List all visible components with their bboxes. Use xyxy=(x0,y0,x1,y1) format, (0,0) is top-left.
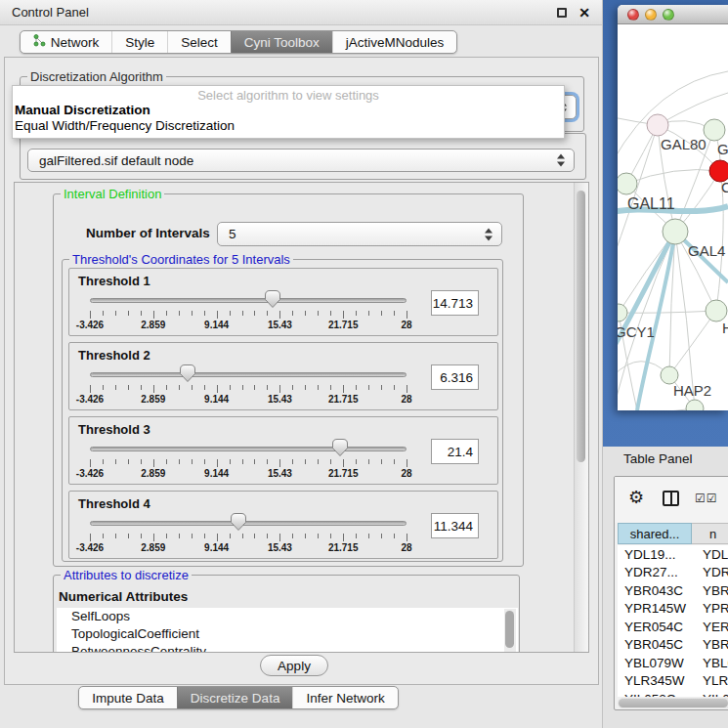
algorithm-option[interactable]: Manual Discretization xyxy=(13,103,564,118)
slider-tick xyxy=(166,459,167,464)
threshold-slider-track[interactable] xyxy=(90,521,407,526)
number-of-intervals-combobox[interactable]: 5 xyxy=(217,222,502,246)
table-row[interactable]: YDR27...YDR2 xyxy=(618,564,728,582)
slider-tick xyxy=(115,534,116,538)
network-window-titlebar[interactable] xyxy=(618,5,728,24)
slider-tick xyxy=(343,459,344,467)
slider-tick-label: 15.43 xyxy=(268,542,292,553)
cell-shared-name: YDL19... xyxy=(618,547,692,562)
table-row[interactable]: YPR145WYPR1 xyxy=(618,600,728,619)
tab-impute-data[interactable]: Impute Data xyxy=(79,687,177,708)
slider-tick xyxy=(356,385,357,390)
control-panel-window-controls: ✕ xyxy=(557,8,590,18)
node-bottom[interactable] xyxy=(686,400,704,410)
tab-network[interactable]: Network xyxy=(21,31,112,53)
tab-infer-network[interactable]: Infer Network xyxy=(292,687,397,708)
slider-tick xyxy=(330,385,331,390)
float-window-icon[interactable] xyxy=(557,8,567,18)
slider-tick xyxy=(153,459,154,467)
threshold-value-field[interactable]: 14.713 xyxy=(431,290,479,316)
threshold-slider-thumb[interactable] xyxy=(265,290,280,308)
cell-name: YBR0 xyxy=(692,583,728,598)
minimize-window-icon[interactable] xyxy=(645,9,657,21)
threshold-slider-track[interactable] xyxy=(90,447,407,451)
network-graph[interactable]: GAL80GACGAL11GAL4GCY1HHAP2 xyxy=(618,24,728,410)
threshold-slider-thumb[interactable] xyxy=(332,439,348,456)
attribute-list-item[interactable]: TopologicalCoefficient xyxy=(57,625,518,643)
slider-tick xyxy=(407,385,407,393)
cell-shared-name: YPR145W xyxy=(618,601,692,616)
gear-icon[interactable]: ⚙ xyxy=(628,487,644,508)
slider-tick xyxy=(267,459,268,464)
network-edge[interactable] xyxy=(626,170,720,184)
tab-select[interactable]: Select xyxy=(167,31,231,53)
slider-tick xyxy=(318,459,319,464)
slider-tick xyxy=(368,534,369,538)
node-pink[interactable] xyxy=(647,114,668,136)
cell-shared-name: YLR345W xyxy=(618,673,692,688)
table-data-combobox[interactable]: galFiltered.sif default node xyxy=(27,149,575,172)
attributes-list-scrollbar[interactable] xyxy=(504,609,516,653)
threshold-slider-track[interactable] xyxy=(90,372,407,377)
scrollbar-thumb[interactable] xyxy=(619,699,728,707)
table-row[interactable]: YDL19...YDL1 xyxy=(618,545,728,564)
scrollbar-thumb[interactable] xyxy=(577,191,585,462)
network-view-window[interactable]: GAL80GACGAL11GAL4GCY1HHAP2 xyxy=(618,5,728,410)
control-panel-title: Control Panel xyxy=(12,5,89,20)
threshold-slider-thumb[interactable] xyxy=(231,513,246,531)
slider-tick xyxy=(90,385,91,393)
node-right[interactable] xyxy=(706,300,727,321)
slider-tick-label: 15.43 xyxy=(268,320,292,330)
network-edge[interactable] xyxy=(669,311,716,375)
table-row[interactable]: YBL079WYBL0 xyxy=(618,654,728,672)
table-row[interactable]: YIL052CYIL0 xyxy=(618,690,728,697)
algorithm-option[interactable]: Equal Width/Frequency Discretization xyxy=(13,118,564,134)
slider-tick-label: 28 xyxy=(401,542,411,553)
cell-shared-name: YER054C xyxy=(618,620,692,634)
slider-tick xyxy=(128,385,129,390)
node-gal11[interactable] xyxy=(618,173,637,194)
tab-style[interactable]: Style xyxy=(111,31,167,53)
slider-tick-label: 2.859 xyxy=(141,320,165,330)
zoom-window-icon[interactable] xyxy=(663,9,674,21)
cell-name: YBL0 xyxy=(692,656,728,670)
node-label: C xyxy=(721,179,728,195)
threshold-slider-thumb[interactable] xyxy=(180,364,195,382)
close-panel-icon[interactable]: ✕ xyxy=(578,8,590,18)
table-row[interactable]: YLR345WYLR3 xyxy=(618,672,728,691)
close-window-icon[interactable] xyxy=(627,9,639,21)
table-panel-title: Table Panel xyxy=(623,451,693,466)
slider-tick-label: 2.859 xyxy=(141,542,165,553)
attribute-list-item[interactable]: BetweennessCentrality xyxy=(57,643,518,653)
slider-tick xyxy=(166,534,167,538)
node-top-right[interactable] xyxy=(704,119,725,141)
slider-tick xyxy=(394,311,395,316)
threshold-label: Threshold 3 xyxy=(78,422,150,437)
tab-jactivemnodules[interactable]: jActiveMNodules xyxy=(332,31,457,53)
apply-button[interactable]: Apply xyxy=(260,655,328,676)
tab-cyni-toolbox[interactable]: Cyni Toolbox xyxy=(231,31,332,53)
attribute-list-item[interactable]: SelfLoops xyxy=(57,608,518,625)
slider-tick xyxy=(204,534,205,538)
split-view-icon[interactable] xyxy=(663,491,679,506)
table-row[interactable]: YER054CYER0 xyxy=(618,618,728,636)
settings-vertical-scrollbar[interactable] xyxy=(574,183,588,652)
column-header-shared-name[interactable]: shared... xyxy=(618,523,692,544)
threshold-slider-track[interactable] xyxy=(90,298,407,303)
cell-shared-name: YBL079W xyxy=(618,656,692,670)
cell-shared-name: YDR27... xyxy=(618,565,692,579)
threshold-value-field[interactable]: 21.4 xyxy=(431,439,479,464)
cell-shared-name: YIL052C xyxy=(618,692,692,697)
node-gal4[interactable] xyxy=(663,219,688,244)
network-edge[interactable] xyxy=(618,408,695,410)
show-columns-icon[interactable]: ☑☑ xyxy=(695,492,718,505)
table-row[interactable]: YBR045CYBR0 xyxy=(618,636,728,655)
table-row[interactable]: YBR043CYBR0 xyxy=(618,581,728,600)
column-header-name[interactable]: n xyxy=(692,523,728,544)
threshold-value-field[interactable]: 11.344 xyxy=(431,513,479,538)
tab-discretize-data[interactable]: Discretize Data xyxy=(177,687,293,708)
node-gcy1[interactable] xyxy=(618,304,627,321)
table-horizontal-scrollbar[interactable] xyxy=(618,698,728,708)
slider-tick xyxy=(242,459,243,464)
threshold-value-field[interactable]: 6.316 xyxy=(431,364,479,390)
